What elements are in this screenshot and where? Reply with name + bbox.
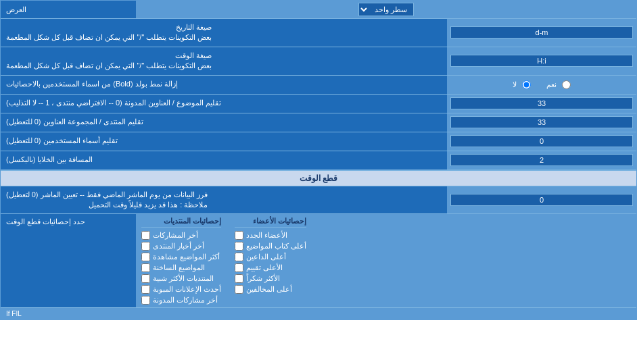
stats-label: حدد إحصائيات قطع الوقت: [1, 214, 136, 307]
stats-checkboxes-area: إحصائيات المنتديات أخر المشاركات أخر أخب…: [136, 214, 636, 307]
stats-item-5: المنتديات الأكثر شبية: [141, 274, 221, 283]
display-dropdown-cell: سطر واحد سطران ثلاثة أسطر: [136, 1, 636, 18]
checkbox-new-members[interactable]: [235, 231, 243, 240]
stats-section: حدد إحصائيات قطع الوقت إحصائيات المنتديا…: [1, 214, 636, 307]
stats-item-1: أخر المشاركات: [141, 231, 221, 240]
checkbox-last-news[interactable]: [141, 242, 150, 251]
bold-no-label: لا: [513, 80, 517, 89]
checkbox-top-rated[interactable]: [235, 263, 243, 272]
bottom-note: If FIL: [1, 307, 636, 319]
date-format-input-cell: [447, 19, 636, 47]
checkbox-most-viewed[interactable]: [141, 253, 150, 261]
user-names-sort-input-cell: [447, 132, 636, 151]
stats-member-5: الأكثر شكراً: [235, 274, 306, 283]
user-names-sort-label: تقليم أسماء المستخدمين (0 للتعطيل): [1, 132, 447, 151]
forum-group-sort-row: تقليم المنتدى / المجموعة العناوين (0 للت…: [1, 113, 636, 132]
checkbox-most-thanked[interactable]: [235, 274, 243, 283]
stats-member-3: أعلى الداعين: [235, 253, 306, 261]
topic-sort-row: تقليم الموضوع / العناوين المدونة (0 -- ا…: [1, 95, 636, 113]
stats-col-members: إحصائيات الأعضاء الأعضاء الجدد أعلى كتاب…: [235, 217, 306, 305]
time-format-row: صيغة الوقت بعض التكوينات يتطلب "/" التي …: [1, 47, 636, 76]
time-cut-header: قطع الوقت: [1, 170, 636, 186]
stats-member-6: أعلى المخالفين: [235, 285, 306, 294]
forum-group-sort-input-cell: [447, 113, 636, 132]
stats-item-3: أكثر المواضيع مشاهدة: [141, 253, 221, 261]
display-label: العرض: [1, 1, 136, 18]
stats-item-7: أخر مشاركات المدونة: [141, 296, 221, 305]
cell-distance-row: المسافة بين الخلايا (بالبكسل): [1, 151, 636, 170]
display-dropdown[interactable]: سطر واحد سطران ثلاثة أسطر: [358, 3, 414, 16]
stats-member-4: الأعلى تقييم: [235, 263, 306, 272]
cell-distance-input-cell: [447, 151, 636, 170]
checkbox-classified-ads[interactable]: [141, 285, 150, 294]
checkbox-last-posts[interactable]: [141, 231, 150, 240]
topic-sort-input-cell: [447, 95, 636, 113]
bold-no-radio[interactable]: [522, 80, 531, 89]
checkbox-similar-forums[interactable]: [141, 274, 150, 283]
settings-container: العرض سطر واحد سطران ثلاثة أسطر صيغة الت…: [0, 0, 637, 320]
user-names-sort-input[interactable]: [450, 135, 633, 147]
forum-group-sort-label: تقليم المنتدى / المجموعة العناوين (0 للت…: [1, 113, 447, 132]
checkbox-top-violators[interactable]: [235, 285, 243, 294]
bold-yes-radio[interactable]: [562, 80, 571, 89]
stats-member-2: أعلى كتاب المواضيع: [235, 242, 306, 251]
forum-group-sort-input[interactable]: [450, 116, 633, 128]
user-names-sort-row: تقليم أسماء المستخدمين (0 للتعطيل): [1, 132, 636, 151]
checkbox-top-inviters[interactable]: [235, 253, 243, 261]
stats-col-forums: إحصائيات المنتديات أخر المشاركات أخر أخب…: [141, 217, 221, 305]
stats-item-2: أخر أخبار المنتدى: [141, 242, 221, 251]
time-format-input[interactable]: [450, 55, 633, 67]
topic-sort-input[interactable]: [450, 97, 633, 109]
bold-remove-radio-cell: نعم لا: [447, 76, 636, 94]
bold-remove-label: إزالة نمط بولد (Bold) من اسماء المستخدمي…: [1, 76, 447, 94]
date-format-row: صيغة التاريخ بعض التكوينات يتطلب "/" الت…: [1, 19, 636, 47]
cell-distance-label: المسافة بين الخلايا (بالبكسل): [1, 151, 447, 170]
topic-sort-label: تقليم الموضوع / العناوين المدونة (0 -- ا…: [1, 95, 447, 113]
stats-col2-header: إحصائيات الأعضاء: [235, 217, 306, 228]
bold-yes-label: نعم: [546, 80, 557, 89]
date-format-label: صيغة التاريخ بعض التكوينات يتطلب "/" الت…: [1, 19, 447, 47]
display-row: العرض سطر واحد سطران ثلاثة أسطر: [1, 1, 636, 19]
time-format-label: صيغة الوقت بعض التكوينات يتطلب "/" التي …: [1, 47, 447, 75]
cell-distance-input[interactable]: [450, 154, 633, 166]
stats-col1-header: إحصائيات المنتديات: [141, 217, 221, 228]
checkbox-blog-posts[interactable]: [141, 296, 150, 305]
stats-member-1: الأعضاء الجدد: [235, 231, 306, 240]
time-cut-input[interactable]: [450, 194, 633, 206]
time-cut-row: فرز البيانات من يوم الماشر الماضي فقط --…: [1, 186, 636, 215]
checkbox-hot-topics[interactable]: [141, 263, 150, 272]
time-cut-label: فرز البيانات من يوم الماشر الماضي فقط --…: [1, 186, 447, 214]
bold-remove-row: إزالة نمط بولد (Bold) من اسماء المستخدمي…: [1, 76, 636, 95]
checkbox-top-writers[interactable]: [235, 242, 243, 251]
stats-item-6: أحدث الإعلانات المبوبة: [141, 285, 221, 294]
time-cut-input-cell: [447, 186, 636, 214]
time-format-input-cell: [447, 47, 636, 75]
date-format-input[interactable]: [450, 26, 633, 38]
stats-item-4: المواضيع الساخنة: [141, 263, 221, 272]
